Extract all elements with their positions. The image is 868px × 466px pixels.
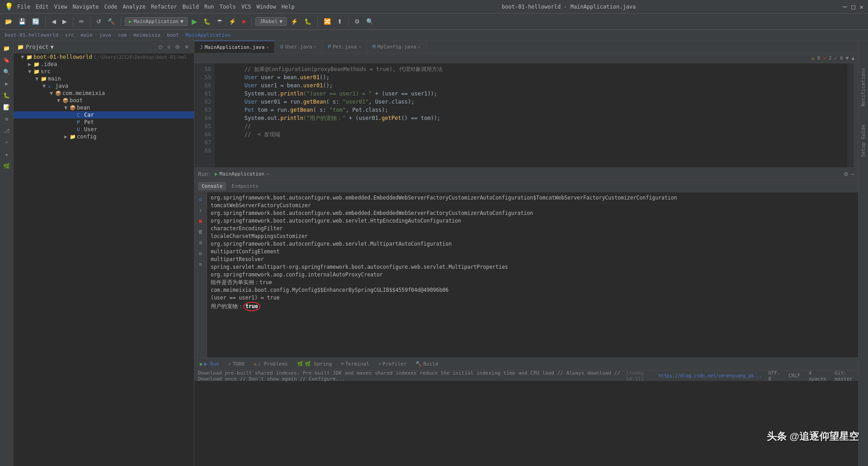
tool-profiler[interactable]: ⚡ Profiler xyxy=(377,360,409,368)
vert-tab-setup[interactable]: Setup Guide xyxy=(861,124,866,157)
left-icon-structure[interactable]: ≡ xyxy=(1,114,12,124)
run-tab-close[interactable]: ✕ xyxy=(266,171,269,177)
vcs-button[interactable]: 🔀 xyxy=(321,17,333,26)
run-clear-button[interactable]: 🗑 xyxy=(196,227,206,237)
menu-analyze[interactable]: Analyze xyxy=(123,4,146,10)
menu-view[interactable]: View xyxy=(54,4,67,10)
left-icon-jrebel[interactable]: ⚡ xyxy=(1,137,12,148)
tree-config[interactable]: ▶ 📁 config xyxy=(14,133,194,140)
left-icon-find[interactable]: 🔍 xyxy=(1,67,12,77)
scrollbar-right[interactable] xyxy=(854,63,858,167)
expand-warnings[interactable]: ▼ xyxy=(846,55,849,61)
run-settings-button[interactable]: ⚙ xyxy=(844,171,849,177)
run-subtab-console[interactable]: Console xyxy=(198,182,226,190)
code-content[interactable]: // 如果@Configuration(proxyBeanMethods = t… xyxy=(215,63,847,167)
run-button[interactable]: ▶ xyxy=(189,16,199,27)
maximize-button[interactable]: □ xyxy=(851,3,855,10)
forward-button[interactable]: ▶ xyxy=(60,17,69,26)
project-action-options[interactable]: ⚙ xyxy=(174,43,181,51)
profile-button[interactable]: ⚡ xyxy=(226,17,238,26)
left-icon-debug[interactable]: 🐛 xyxy=(1,90,12,101)
menu-navigate[interactable]: Navigate xyxy=(73,4,99,10)
coverage-button[interactable]: ☂ xyxy=(215,17,225,26)
tool-problems[interactable]: ⚠ ⚠ Problems xyxy=(252,360,290,368)
left-icon-spring[interactable]: 🌿 xyxy=(1,161,12,171)
status-encoding[interactable]: UTF-8 xyxy=(767,370,783,382)
vert-tab-notifications[interactable]: Notifications xyxy=(861,68,866,106)
menu-file[interactable]: File xyxy=(17,4,30,10)
breadcrumb-main[interactable]: main xyxy=(80,32,93,38)
breadcrumb-boot[interactable]: boot xyxy=(167,32,179,38)
close-button[interactable]: ✕ xyxy=(860,3,863,10)
status-indent[interactable]: 4 spaces xyxy=(807,370,829,382)
tree-com-meimeixia[interactable]: ▼ 📦 com.meimeixia xyxy=(14,90,194,97)
tab-user[interactable]: U User.java ✕ xyxy=(275,41,322,53)
status-line-sep[interactable]: CRLF xyxy=(787,373,802,379)
run-tab[interactable]: ▶ MainApplication ✕ xyxy=(215,171,269,177)
tree-pet[interactable]: ▶ P Pet xyxy=(14,119,194,126)
edit-button[interactable]: ✏ xyxy=(77,17,86,26)
left-icon-bookmark[interactable]: 🔖 xyxy=(1,55,12,66)
tree-bean[interactable]: ▼ 📦 bean xyxy=(14,104,194,111)
tree-main[interactable]: ▼ 📁 main xyxy=(14,75,194,82)
left-icon-git[interactable]: ⎇ xyxy=(1,125,12,136)
tree-src[interactable]: ▼ 📁 src xyxy=(14,68,194,75)
code-editor[interactable]: 58 59 60 61 62 63 64 65 66 67 68 // 如果@C… xyxy=(194,63,858,167)
reload-button[interactable]: ↺ xyxy=(94,17,104,26)
project-action-close[interactable]: ✕ xyxy=(183,43,190,51)
left-icon-todo[interactable]: 📝 xyxy=(1,102,12,113)
tree-idea[interactable]: ▶ 📁 .idea xyxy=(14,61,194,68)
menu-help[interactable]: Help xyxy=(282,4,295,10)
menu-window[interactable]: Window xyxy=(256,4,276,10)
run-filter-button[interactable]: ⊟ xyxy=(196,248,206,258)
tab-user-close[interactable]: ✕ xyxy=(314,44,316,49)
run-scroll-down-button[interactable]: ↓ xyxy=(196,205,206,215)
tree-boot[interactable]: ▼ 📦 boot xyxy=(14,97,194,104)
run-stop-button[interactable]: ■ xyxy=(196,216,206,226)
run-configuration[interactable]: ▶ MainApplication ▼ xyxy=(125,17,188,26)
menu-code[interactable]: Code xyxy=(104,4,118,10)
build-button[interactable]: 🔨 xyxy=(105,17,117,26)
breadcrumb-root[interactable]: boot-01-helloworld xyxy=(5,32,58,38)
tab-main-application-close[interactable]: ✕ xyxy=(266,45,269,50)
left-icon-run[interactable]: ▶ xyxy=(1,78,12,89)
breadcrumb-file[interactable]: MainApplication xyxy=(185,32,230,38)
open-button[interactable]: 📂 xyxy=(3,17,14,26)
menu-build[interactable]: Build xyxy=(183,4,199,10)
breadcrumb-com[interactable]: com xyxy=(118,32,127,38)
status-git[interactable]: Git: master xyxy=(833,370,854,382)
search-button[interactable]: 🔍 xyxy=(364,17,376,26)
collapse-warnings[interactable]: ▲ xyxy=(851,55,854,61)
menu-refactor[interactable]: Refactor xyxy=(151,4,177,10)
run-wrap-button[interactable]: ≡ xyxy=(196,259,206,269)
tool-spring[interactable]: 🌿 🌿 Spring xyxy=(295,360,334,368)
jrebel-run-button[interactable]: ⚡ xyxy=(288,17,300,26)
tab-main-application[interactable]: J MainApplication.java ✕ xyxy=(194,41,275,53)
synchronize-button[interactable]: 🔄 xyxy=(30,17,42,26)
tab-myconfig[interactable]: M MyConfig.java ✕ xyxy=(367,41,427,53)
settings-button[interactable]: ⚙ xyxy=(352,17,362,26)
minimize-button[interactable]: ─ xyxy=(843,3,847,10)
tree-car[interactable]: ▶ C Car xyxy=(14,111,194,119)
tree-user[interactable]: ▶ U User xyxy=(14,126,194,133)
breadcrumb-java[interactable]: java xyxy=(99,32,111,38)
tool-build[interactable]: 🔨 Build xyxy=(414,360,440,368)
project-action-scope[interactable]: ⊙ xyxy=(157,43,164,51)
tab-pet[interactable]: P Pet.java ✕ xyxy=(322,41,367,53)
run-minimize-button[interactable]: ─ xyxy=(850,171,854,177)
back-button[interactable]: ◀ xyxy=(49,17,58,26)
left-icon-favorites[interactable]: ★ xyxy=(1,149,12,160)
tool-todo[interactable]: ✓ TODO xyxy=(226,360,246,368)
debug-button[interactable]: 🐛 xyxy=(201,17,213,26)
menu-edit[interactable]: Edit xyxy=(36,4,49,10)
project-action-compact[interactable]: ≡ xyxy=(166,43,172,51)
tree-root[interactable]: ▼ 📁 boot-01-helloworld C:\Users\32120\De… xyxy=(14,53,194,61)
left-icon-project[interactable]: 📁 xyxy=(1,43,12,54)
project-title[interactable]: 📁 Project ▼ xyxy=(17,44,54,50)
save-all-button[interactable]: 💾 xyxy=(16,17,28,26)
tab-pet-close[interactable]: ✕ xyxy=(359,44,361,49)
jrebel-configuration[interactable]: JRebel ▼ xyxy=(255,17,286,26)
tool-run[interactable]: ▶ ▶ Run xyxy=(198,360,221,368)
tree-java[interactable]: ▼ ☕ java xyxy=(14,82,194,90)
tool-terminal[interactable]: ⌨ Terminal xyxy=(339,360,371,368)
